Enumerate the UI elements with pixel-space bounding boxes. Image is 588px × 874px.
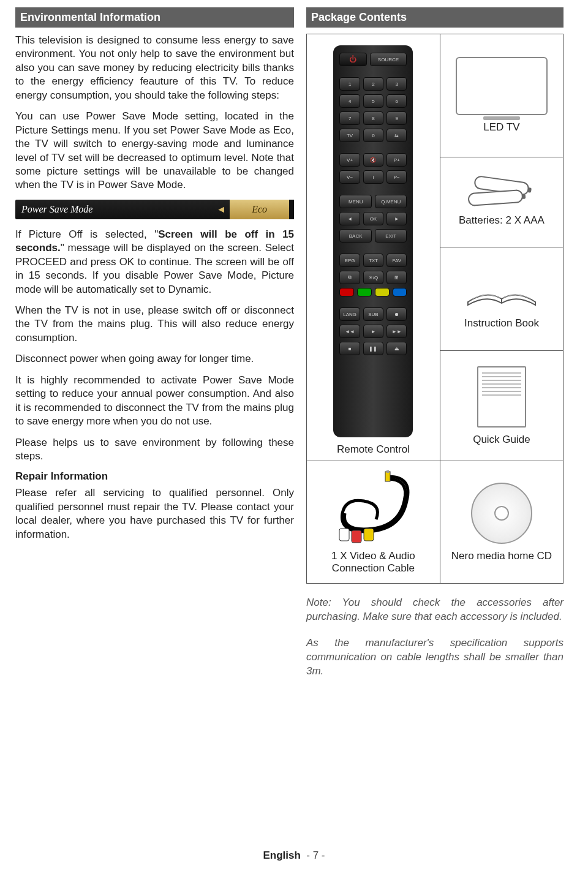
cd-cell: Nero media home CD (440, 461, 563, 584)
svg-rect-4 (386, 470, 389, 473)
batteries-icon (468, 178, 535, 208)
arrow-left-icon: ◄ (213, 204, 230, 215)
remote-label: Remote Control (337, 443, 410, 455)
guide-cell: Quick Guide (440, 351, 563, 461)
osd-right-edge (289, 200, 294, 219)
env-powersave-desc: You can use Power Save Mode setting, loc… (15, 110, 294, 192)
repair-paragraph: Please refer all servicing to qualified … (15, 486, 294, 541)
guide-icon (477, 366, 526, 428)
cable-length-note: As the manufacturer's specification supp… (306, 636, 564, 679)
guide-label: Quick Guide (443, 434, 560, 446)
osd-power-save-mode: Power Save Mode ◄ Eco (15, 200, 294, 219)
book-cell: Instruction Book (440, 247, 563, 351)
disconnect-paragraph: Disconnect power when going away for lon… (15, 352, 294, 366)
package-contents-column: Package Contents ⏻SOURCE 123 456 789 TV0… (306, 7, 564, 679)
env-info-column: Environmental Information This televisio… (15, 7, 294, 679)
cable-label: 1 X Video & Audio Connection Cable (309, 550, 437, 575)
tv-label: LED TV (443, 121, 560, 134)
svg-rect-1 (352, 530, 361, 543)
svg-rect-0 (339, 529, 349, 541)
remote-icon: ⏻SOURCE 123 456 789 TV0⇆ V+🔇P+ V−iP− MEN… (333, 45, 413, 437)
book-icon (465, 268, 538, 311)
book-label: Instruction Book (443, 317, 560, 330)
switch-off-paragraph: When the TV is not in use, please switch… (15, 304, 294, 345)
help-save-paragraph: Please helps us to save environment by f… (15, 436, 294, 464)
cd-icon (471, 483, 532, 544)
osd-label: Power Save Mode (15, 204, 213, 215)
cable-icon (333, 470, 413, 544)
batteries-label: Batteries: 2 X AAA (443, 214, 560, 227)
footer-language: English (263, 850, 300, 861)
package-header: Package Contents (306, 7, 564, 28)
tv-icon (456, 57, 548, 115)
cable-cell: 1 X Video & Audio Connection Cable (307, 461, 440, 584)
package-table: ⏻SOURCE 123 456 789 TV0⇆ V+🔇P+ V−iP− MEN… (306, 34, 564, 584)
recommend-paragraph: It is highly recommended to activate Pow… (15, 374, 294, 429)
remote-cell: ⏻SOURCE 123 456 789 TV0⇆ V+🔇P+ V−iP− MEN… (307, 34, 440, 461)
picture-off-paragraph: If Picture Off is selected, "Screen will… (15, 228, 294, 296)
svg-rect-3 (385, 472, 390, 481)
cd-label: Nero media home CD (443, 550, 560, 562)
page-footer: English - 7 - (0, 850, 588, 862)
batteries-cell: Batteries: 2 X AAA (440, 157, 563, 247)
p3a: If Picture Off is selected, " (15, 228, 158, 240)
repair-heading: Repair Information (15, 470, 294, 483)
accessories-note: Note: You should check the accessories a… (306, 596, 564, 624)
env-intro: This television is designed to consume l… (15, 34, 294, 102)
tv-cell: LED TV (440, 34, 563, 157)
env-info-header: Environmental Information (15, 7, 294, 28)
osd-value: Eco (230, 200, 289, 219)
footer-page: - 7 - (306, 850, 325, 861)
svg-rect-2 (364, 529, 374, 541)
